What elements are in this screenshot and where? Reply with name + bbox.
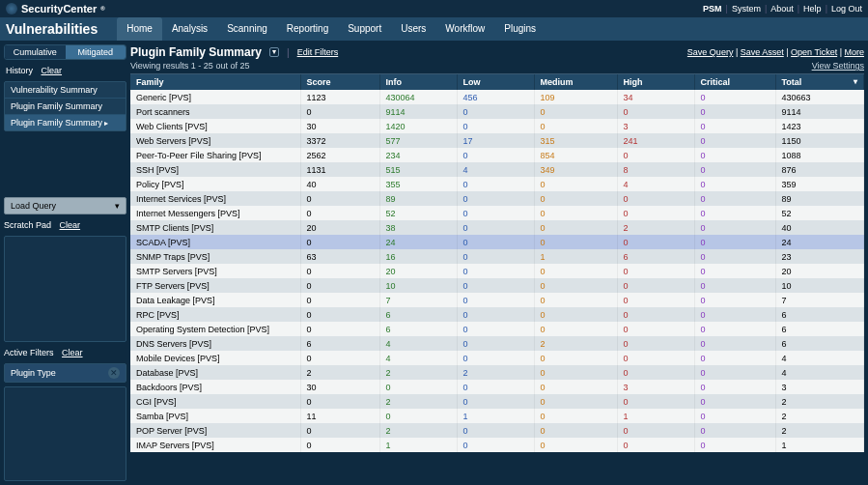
table-row[interactable]: Internet Messengers [PVS]052000052	[130, 206, 864, 220]
table-row[interactable]: IMAP Servers [PVS]0100001	[130, 438, 864, 452]
header-link-more[interactable]: More	[844, 47, 864, 57]
table-row[interactable]: Database [PVS]2220004	[130, 365, 864, 380]
menu-reporting[interactable]: Reporting	[277, 17, 338, 41]
toggle-cumulative[interactable]: Cumulative	[5, 45, 66, 59]
col-header-low[interactable]: Low	[457, 74, 534, 90]
view-settings-link[interactable]: View Settings	[812, 61, 864, 71]
toplink-log-out[interactable]: Log Out	[831, 4, 862, 14]
load-query-label: Load Query	[11, 201, 56, 211]
top-links: PSM|System|About|Help|Log Out	[703, 4, 862, 14]
table-row[interactable]: SMTP Clients [PVS]2038002040	[130, 220, 864, 235]
table-row[interactable]: POP Server [PVS]0200002	[130, 423, 864, 438]
header-link-open-ticket[interactable]: Open Ticket	[791, 47, 837, 57]
scratch-clear-link[interactable]: Clear	[60, 220, 81, 230]
brand-text: SecurityCenter	[21, 3, 97, 14]
table-row[interactable]: Data Leakage [PVS]0700007	[130, 293, 864, 307]
plugin-family-table: FamilyScoreInfoLowMediumHighCriticalTota…	[130, 74, 864, 452]
header-links: Save Query | Save Asset | Open Ticket | …	[687, 47, 864, 57]
table-row[interactable]: Web Clients [PVS]30142000301423	[130, 119, 864, 133]
history-clear-link[interactable]: Clear	[42, 66, 63, 75]
table-row[interactable]: FTP Servers [PVS]010000010	[130, 278, 864, 293]
table-row[interactable]: Generic [PVS]1123430064456109340430663	[130, 90, 864, 104]
menubar: Vulnerabilities HomeAnalysisScanningRepo…	[0, 17, 868, 41]
table-row[interactable]: Internet Services [PVS]089000089	[130, 191, 864, 206]
table-row[interactable]: SCADA [PVS]024000024	[130, 235, 864, 249]
menu-users[interactable]: Users	[391, 17, 435, 41]
col-header-critical[interactable]: Critical	[694, 74, 775, 90]
sidebar: Cumulative Mitigated History Clear Vulne…	[0, 41, 130, 485]
menu-plugins[interactable]: Plugins	[494, 17, 546, 41]
table-row[interactable]: SMTP Servers [PVS]020000020	[130, 264, 864, 278]
nav-item[interactable]: Vulnerability Summary	[5, 82, 126, 99]
col-header-medium[interactable]: Medium	[534, 74, 617, 90]
menu-home[interactable]: Home	[117, 17, 162, 41]
header-link-save-query[interactable]: Save Query	[687, 47, 734, 57]
history-label: History	[6, 66, 33, 75]
menu-analysis[interactable]: Analysis	[162, 17, 217, 41]
edit-filters-link[interactable]: Edit Filters	[297, 47, 339, 57]
table-row[interactable]: SSH [PVS]1131515434980876	[130, 162, 864, 177]
menu-scanning[interactable]: Scanning	[217, 17, 277, 41]
nav-item[interactable]: Plugin Family Summary	[5, 99, 126, 115]
table-row[interactable]: SNMP Traps [PVS]6316016023	[130, 249, 864, 264]
brand-icon	[6, 3, 17, 14]
table-row[interactable]: Web Servers [PVS]33725771731524101150	[130, 133, 864, 148]
brand: SecurityCenter®	[6, 3, 105, 14]
filters-clear-link[interactable]: Clear	[62, 348, 83, 357]
nav-item[interactable]: Plugin Family Summary	[5, 115, 126, 130]
table-row[interactable]: CGI [PVS]0200002	[130, 394, 864, 409]
col-header-family[interactable]: Family	[130, 74, 300, 90]
load-query-dropdown[interactable]: Load Query ▾	[4, 197, 126, 214]
brand-tm: ®	[100, 6, 104, 12]
scratch-pad[interactable]	[4, 236, 126, 342]
chevron-down-icon: ▾	[115, 201, 120, 211]
toplink-psm[interactable]: PSM	[703, 4, 722, 14]
table-row[interactable]: Port scanners0911400009114	[130, 104, 864, 119]
toplink-help[interactable]: Help	[803, 4, 822, 14]
col-header-high[interactable]: High	[617, 74, 694, 90]
sidebar-spacer	[4, 386, 126, 481]
history-row: History Clear	[4, 64, 126, 77]
close-icon[interactable]: ✕	[108, 367, 120, 379]
table-row[interactable]: RPC [PVS]0600006	[130, 307, 864, 322]
page-title: Plugin Family Summary	[130, 45, 262, 59]
toplink-system[interactable]: System	[732, 4, 761, 14]
col-header-score[interactable]: Score	[300, 74, 379, 90]
app-title: Vulnerabilities	[6, 21, 98, 37]
history-nav: Vulnerability SummaryPlugin Family Summa…	[4, 81, 126, 131]
expand-icon[interactable]: ▾	[269, 47, 279, 57]
scratch-pad-header: Scratch Pad Clear	[4, 218, 126, 232]
col-header-info[interactable]: Info	[379, 74, 457, 90]
col-header-total[interactable]: Total	[775, 74, 864, 90]
header-link-save-asset[interactable]: Save Asset	[741, 47, 784, 57]
table-row[interactable]: Mobile Devices [PVS]0400004	[130, 351, 864, 365]
table-row[interactable]: Samba [PVS]11010102	[130, 409, 864, 423]
table-row[interactable]: Backdoors [PVS]30000303	[130, 380, 864, 394]
content: Plugin Family Summary ▾ | Edit Filters S…	[130, 41, 868, 485]
menu-support[interactable]: Support	[338, 17, 391, 41]
cumulative-mitigated-toggle[interactable]: Cumulative Mitigated	[4, 44, 126, 60]
active-filter-row[interactable]: Plugin Type✕	[5, 364, 126, 382]
toggle-mitigated[interactable]: Mitigated	[66, 45, 126, 59]
toplink-about[interactable]: About	[770, 4, 794, 14]
menu-workflow[interactable]: Workflow	[435, 17, 494, 41]
viewing-results: Viewing results 1 - 25 out of 25	[130, 61, 249, 71]
table-row[interactable]: Operating System Detection [PVS]0600006	[130, 322, 864, 336]
table-row[interactable]: Policy [PVS]403550040359	[130, 177, 864, 191]
active-filters-header: Active Filters Clear	[4, 346, 126, 359]
table-row[interactable]: DNS Servers [PVS]6402006	[130, 336, 864, 351]
active-filters: Plugin Type✕	[4, 363, 126, 383]
table-row[interactable]: Peer-To-Peer File Sharing [PVS]256223408…	[130, 148, 864, 162]
